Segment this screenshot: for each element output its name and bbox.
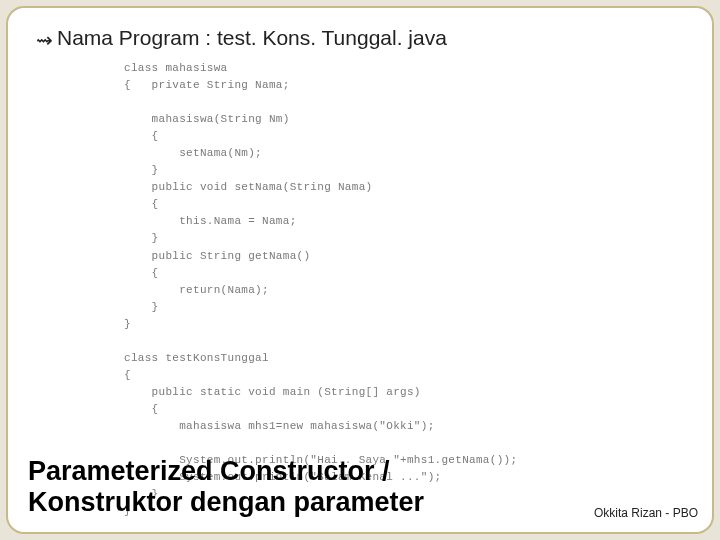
bullet-icon: ⇝: [36, 28, 53, 52]
slide-frame: ⇝Nama Program : test. Kons. Tunggal. jav…: [6, 6, 714, 534]
header-line: ⇝Nama Program : test. Kons. Tunggal. jav…: [36, 26, 684, 50]
title-line-1: Parameterized Constructor /: [28, 456, 390, 486]
author-credit: Okkita Rizan - PBO: [594, 506, 698, 520]
code-block: class mahasiswa { private String Nama; m…: [124, 60, 684, 520]
slide-title: Parameterized Constructor / Konstruktor …: [28, 456, 424, 518]
program-name: Nama Program : test. Kons. Tunggal. java: [57, 26, 447, 49]
title-line-2: Konstruktor dengan parameter: [28, 487, 424, 517]
